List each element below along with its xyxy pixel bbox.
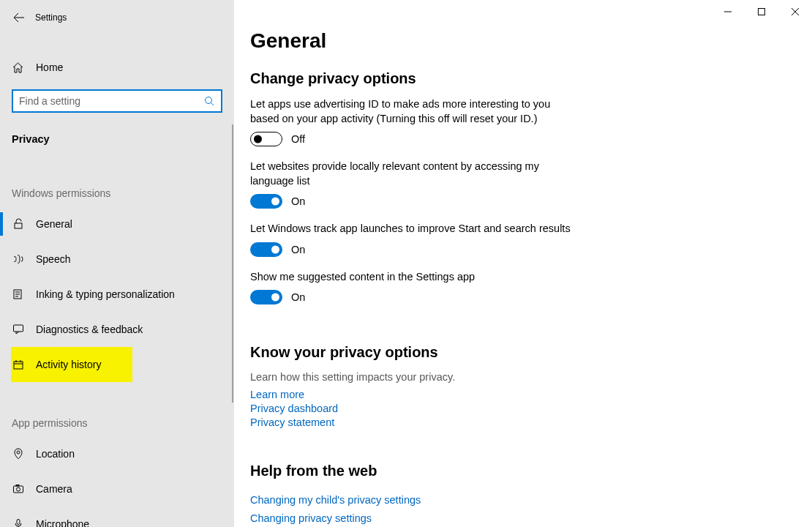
svg-point-12 [17, 451, 20, 454]
option-desc: Let Windows track app launches to improv… [250, 222, 572, 236]
sidebar-item-camera[interactable]: Camera [0, 471, 234, 507]
sidebar-item-label: Inking & typing personalization [36, 288, 175, 300]
sidebar-item-label: General [36, 218, 72, 230]
content-area: General Change privacy options Let apps … [234, 0, 812, 527]
titlebar: Settings [0, 6, 234, 29]
svg-rect-8 [14, 362, 23, 369]
feedback-icon [12, 324, 24, 336]
sidebar-item-label: Activity history [36, 359, 101, 370]
sidebar-item-location[interactable]: Location [0, 436, 234, 471]
section-help-from-web: Help from the web [250, 463, 797, 479]
search-icon [204, 96, 215, 107]
back-icon[interactable] [13, 12, 25, 23]
location-icon [12, 448, 24, 460]
speech-icon [12, 253, 24, 266]
search-input[interactable] [19, 95, 204, 107]
sidebar: Settings Home Privacy Windows permission… [0, 0, 234, 527]
toggle-state-label: On [291, 291, 305, 303]
toggle-state-label: On [291, 244, 305, 255]
svg-line-1 [211, 102, 214, 105]
minimize-button[interactable] [711, 0, 745, 23]
svg-rect-16 [17, 520, 20, 525]
svg-rect-18 [759, 9, 765, 15]
toggle-language-list[interactable] [250, 194, 282, 209]
toggle-advertising-id[interactable] [250, 132, 282, 146]
svg-rect-15 [16, 485, 19, 487]
section-change-privacy-options: Change privacy options [250, 70, 797, 87]
close-button[interactable] [778, 0, 812, 23]
search-input-container[interactable] [12, 89, 222, 113]
option-desc: Show me suggested content in the Setting… [250, 270, 572, 285]
svg-rect-13 [13, 486, 23, 493]
link-privacy-statement[interactable]: Privacy statement [250, 416, 797, 428]
sidebar-item-label: Location [36, 448, 75, 460]
sidebar-item-activity-history[interactable]: Activity history [11, 347, 132, 382]
home-icon [12, 61, 24, 74]
sidebar-item-label: Diagnostics & feedback [36, 324, 143, 335]
maximize-button[interactable] [745, 0, 778, 23]
inking-icon [12, 288, 24, 301]
sidebar-item-label: Microphone [36, 518, 89, 527]
link-child-privacy[interactable]: Changing my child's privacy settings [250, 494, 797, 506]
toggle-track-launches[interactable] [250, 242, 282, 257]
link-changing-privacy[interactable]: Changing privacy settings [250, 512, 797, 524]
scrollbar[interactable] [232, 124, 233, 403]
section-desc: Learn how this setting impacts your priv… [250, 371, 797, 383]
page-title: General [250, 29, 797, 53]
toggle-state-label: On [291, 195, 305, 207]
home-label: Home [36, 61, 63, 73]
camera-icon [12, 483, 24, 496]
section-know-privacy: Know your privacy options [250, 344, 797, 361]
sidebar-item-general[interactable]: General [0, 206, 234, 242]
toggle-state-label: Off [291, 133, 305, 145]
option-desc: Let apps use advertising ID to make ads … [250, 97, 572, 126]
category-label: Privacy [0, 122, 234, 152]
link-learn-more[interactable]: Learn more [250, 389, 797, 400]
link-privacy-dashboard[interactable]: Privacy dashboard [250, 403, 797, 414]
svg-point-0 [206, 97, 212, 103]
sidebar-item-label: Speech [36, 253, 70, 265]
lock-icon [12, 218, 24, 231]
sidebar-item-inking[interactable]: Inking & typing personalization [0, 277, 234, 312]
sidebar-item-microphone[interactable]: Microphone [0, 507, 234, 527]
sidebar-item-diagnostics[interactable]: Diagnostics & feedback [0, 312, 234, 347]
sidebar-item-label: Camera [36, 483, 72, 495]
sidebar-item-speech[interactable]: Speech [0, 242, 234, 277]
app-title: Settings [35, 12, 67, 23]
microphone-icon [12, 518, 24, 528]
svg-point-14 [16, 487, 20, 491]
group-windows-permissions: Windows permissions [0, 152, 234, 206]
toggle-suggested-content[interactable] [250, 290, 282, 304]
sidebar-item-home[interactable]: Home [0, 50, 234, 85]
svg-rect-7 [13, 325, 23, 332]
group-app-permissions: App permissions [0, 382, 234, 436]
svg-rect-2 [15, 223, 22, 228]
window-controls [711, 0, 812, 23]
activity-icon [12, 359, 24, 371]
option-desc: Let websites provide locally relevant co… [250, 160, 572, 188]
